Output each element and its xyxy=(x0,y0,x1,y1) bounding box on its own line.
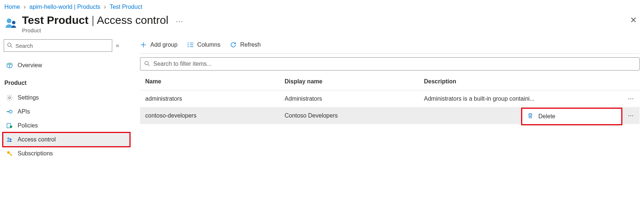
more-icon[interactable]: ⋯ xyxy=(176,17,183,26)
chevron-right-icon: › xyxy=(24,4,26,10)
toolbar-label: Columns xyxy=(197,42,220,48)
trash-icon xyxy=(527,113,533,120)
cell-desc: Administrators is a built-in group conta… xyxy=(424,96,616,102)
svg-line-3 xyxy=(11,46,12,47)
svg-point-5 xyxy=(9,110,12,113)
page-header: Test Product | Access control ⋯ Product … xyxy=(0,12,644,39)
context-menu-label: Delete xyxy=(538,113,555,120)
cell-display: Administrators xyxy=(285,96,424,102)
page-title: Test Product | Access control ⋯ xyxy=(22,14,183,26)
chevron-right-icon: › xyxy=(104,4,106,10)
add-group-button[interactable]: Add group xyxy=(140,42,178,48)
sidebar-item-subscriptions[interactable]: Subscriptions xyxy=(3,147,130,161)
filter-input[interactable] xyxy=(153,61,636,67)
page-subtitle: Product xyxy=(22,27,183,33)
cell-name: contoso-developers xyxy=(145,112,285,119)
collapse-sidebar-button[interactable]: « xyxy=(116,42,119,49)
svg-point-8 xyxy=(7,137,10,140)
columns-icon xyxy=(187,42,194,47)
more-icon: ⋯ xyxy=(628,112,634,119)
svg-point-9 xyxy=(10,138,12,140)
search-icon xyxy=(144,61,150,67)
breadcrumb: Home › apim-hello-world | Products › Tes… xyxy=(0,0,644,12)
sidebar-item-overview[interactable]: Overview xyxy=(3,58,130,72)
plug-icon xyxy=(6,108,13,115)
cell-display: Contoso Developers xyxy=(285,112,424,119)
svg-point-2 xyxy=(8,43,11,46)
sidebar-item-label: Access control xyxy=(18,136,56,143)
sidebar-search-input[interactable] xyxy=(15,43,109,49)
breadcrumb-home[interactable]: Home xyxy=(4,4,20,10)
chevron-double-left-icon: « xyxy=(116,42,119,48)
row-more-button[interactable]: ⋯ xyxy=(616,95,634,102)
svg-rect-7 xyxy=(10,126,12,128)
sidebar-item-access-control[interactable]: Access control xyxy=(3,133,130,147)
table-row[interactable]: administrators Administrators Administra… xyxy=(140,90,640,107)
refresh-icon xyxy=(230,42,237,48)
cube-icon xyxy=(6,62,13,69)
svg-point-1 xyxy=(12,21,16,24)
sidebar-search[interactable] xyxy=(4,39,112,52)
refresh-button[interactable]: Refresh xyxy=(230,42,261,48)
col-display[interactable]: Display name xyxy=(285,78,424,85)
svg-point-4 xyxy=(9,97,11,99)
context-menu-delete[interactable]: Delete xyxy=(522,109,621,124)
sidebar-item-label: APIs xyxy=(18,108,30,115)
sidebar-item-settings[interactable]: Settings xyxy=(3,91,130,105)
filter-box[interactable] xyxy=(140,57,640,71)
more-icon: ⋯ xyxy=(628,96,634,102)
main-content: Add group Columns Refresh xyxy=(131,39,644,161)
sidebar-item-label: Settings xyxy=(18,94,39,101)
search-icon xyxy=(7,42,12,49)
toolbar-label: Refresh xyxy=(240,42,261,48)
sidebar-item-label: Policies xyxy=(18,122,38,129)
sidebar-section-product: Product xyxy=(3,72,130,91)
title-section: Access control xyxy=(97,14,168,26)
title-strong: Test Product xyxy=(22,14,88,26)
svg-line-20 xyxy=(148,64,149,66)
svg-point-0 xyxy=(7,18,11,23)
breadcrumb-parent[interactable]: apim-hello-world | Products xyxy=(29,4,100,10)
cell-name: administrators xyxy=(145,96,285,102)
plus-icon xyxy=(140,42,147,48)
sidebar-item-label: Overview xyxy=(18,62,42,69)
gear-icon xyxy=(6,94,13,101)
sidebar-item-policies[interactable]: Policies xyxy=(3,119,130,133)
table-header: Name Display name Description xyxy=(140,73,640,90)
toolbar-label: Add group xyxy=(150,42,178,48)
svg-point-19 xyxy=(145,61,148,65)
people-icon xyxy=(6,136,13,143)
col-desc[interactable]: Description xyxy=(424,78,616,85)
close-button[interactable]: ✕ xyxy=(630,15,637,25)
close-icon: ✕ xyxy=(630,15,637,25)
sidebar: « Overview Product Settings APIs xyxy=(0,39,131,161)
columns-button[interactable]: Columns xyxy=(187,42,220,48)
sidebar-item-apis[interactable]: APIs xyxy=(3,105,130,119)
toolbar: Add group Columns Refresh xyxy=(140,39,640,53)
key-icon xyxy=(6,150,13,157)
groups-table: Name Display name Description administra… xyxy=(140,73,640,124)
divider xyxy=(140,53,640,54)
table-row[interactable]: contoso-developers Contoso Developers ⋯ … xyxy=(140,107,640,124)
sidebar-item-label: Subscriptions xyxy=(18,150,53,157)
policy-icon xyxy=(6,122,13,129)
col-name[interactable]: Name xyxy=(145,78,285,85)
breadcrumb-current[interactable]: Test Product xyxy=(110,4,142,10)
people-icon xyxy=(4,16,18,30)
